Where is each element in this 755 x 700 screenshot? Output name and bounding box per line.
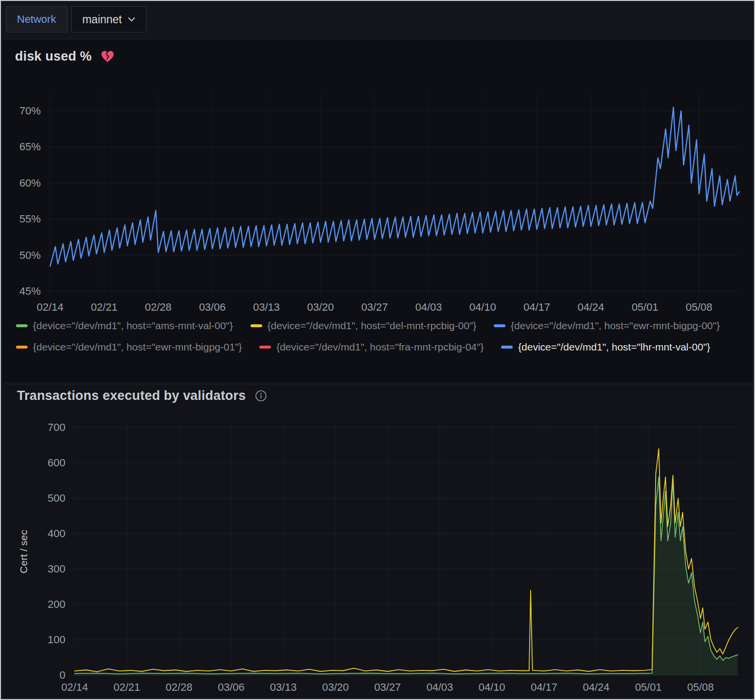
legend-series-swatch [501,346,513,349]
network-variable-dropdown[interactable]: mainnet [71,6,146,32]
svg-text:05/01: 05/01 [631,301,658,313]
topbar: Network mainnet [1,1,754,39]
legend-series-label: {device="/dev/md1", host="lhr-mnt-val-00… [518,341,710,353]
legend-series-swatch [259,346,271,349]
svg-text:600: 600 [47,457,65,469]
svg-text:03/06: 03/06 [218,681,244,693]
svg-text:02/21: 02/21 [113,681,140,693]
svg-text:03/27: 03/27 [361,301,388,313]
legend-item[interactable]: {device="/dev/md1", host="ewr-mnt-bigpg-… [494,319,720,332]
svg-text:300: 300 [47,563,65,575]
svg-text:04/24: 04/24 [583,681,610,693]
svg-text:05/08: 05/08 [687,681,714,693]
svg-text:04/10: 04/10 [470,301,496,313]
network-variable-value: mainnet [82,13,122,26]
svg-text:65%: 65% [19,141,41,153]
transactions-panel: Transactions executed by validators Cert… [2,384,753,699]
svg-text:03/20: 03/20 [307,301,334,313]
svg-text:700: 700 [47,421,65,433]
legend-series-label: {device="/dev/md1", host="ewr-mnt-bigpg-… [33,341,242,353]
chevron-down-icon [128,17,135,22]
svg-text:04/10: 04/10 [479,681,505,693]
disk-used-panel: disk used % 45%50%55%60%65%70%02/1402/21… [2,39,753,383]
network-variable-label: Network [6,6,67,32]
svg-text:02/21: 02/21 [91,301,117,313]
svg-text:200: 200 [47,598,65,610]
legend-item[interactable]: {device="/dev/md1", host="ams-mnt-val-00… [16,319,233,332]
legend-series-swatch [16,324,28,327]
svg-text:50%: 50% [19,249,41,261]
svg-text:04/24: 04/24 [578,301,604,313]
svg-text:03/27: 03/27 [374,681,401,693]
svg-text:04/03: 04/03 [415,301,442,313]
legend-series-label: {device="/dev/md1", host="ams-mnt-val-00… [33,319,233,332]
info-icon[interactable] [254,389,267,402]
transactions-chart[interactable]: 010020030040050060070002/1402/2102/2803/… [2,384,753,699]
disk-panel-title[interactable]: disk used % [15,49,92,64]
svg-text:03/13: 03/13 [270,681,297,693]
legend-series-label: {device="/dev/md1", host="ewr-mnt-bigpg-… [511,319,720,332]
svg-text:0: 0 [60,669,65,681]
network-variable-control: Network mainnet [6,6,146,32]
svg-text:70%: 70% [19,105,41,117]
legend-series-swatch [251,324,262,327]
svg-text:55%: 55% [19,213,41,225]
legend-series-label: {device="/dev/md1", host="del-mnt-rpcbig… [267,319,476,332]
svg-text:05/08: 05/08 [686,301,712,313]
disk-panel-header: disk used % [15,49,115,64]
svg-text:02/14: 02/14 [62,681,88,693]
legend-item[interactable]: {device="/dev/md1", host="del-mnt-rpcbig… [251,319,476,332]
svg-text:03/13: 03/13 [253,301,280,313]
svg-text:03/06: 03/06 [199,301,226,313]
legend-item[interactable]: {device="/dev/md1", host="fra-mnt-rpcbig… [259,341,484,353]
network-variable-label-text: Network [17,13,56,26]
svg-text:03/20: 03/20 [322,681,349,693]
svg-text:04/17: 04/17 [523,301,550,313]
svg-text:500: 500 [47,492,65,504]
legend-series-label: {device="/dev/md1", host="fra-mnt-rpcbig… [276,341,484,353]
svg-text:02/28: 02/28 [166,681,192,693]
svg-text:04/03: 04/03 [426,681,453,693]
svg-text:45%: 45% [19,285,41,297]
svg-text:400: 400 [47,527,65,540]
svg-text:02/28: 02/28 [145,301,172,313]
alert-broken-heart-icon[interactable] [100,49,115,64]
legend-item[interactable]: {device="/dev/md1", host="lhr-mnt-val-00… [501,341,710,353]
legend-series-swatch [494,324,505,327]
grafana-dashboard: Network mainnet disk used % 45%50%55%60%… [0,0,755,700]
svg-text:60%: 60% [19,177,41,189]
svg-text:100: 100 [47,634,65,646]
legend-item[interactable]: {device="/dev/md1", host="ewr-mnt-bigpg-… [16,341,242,353]
svg-text:04/17: 04/17 [531,681,557,693]
disk-chart-legend: {device="/dev/md1", host="ams-mnt-val-00… [16,319,743,353]
tx-panel-header: Transactions executed by validators [17,388,267,403]
tx-panel-title[interactable]: Transactions executed by validators [17,388,246,403]
svg-text:05/01: 05/01 [635,681,661,693]
legend-series-swatch [16,346,28,349]
svg-text:02/14: 02/14 [37,301,63,313]
